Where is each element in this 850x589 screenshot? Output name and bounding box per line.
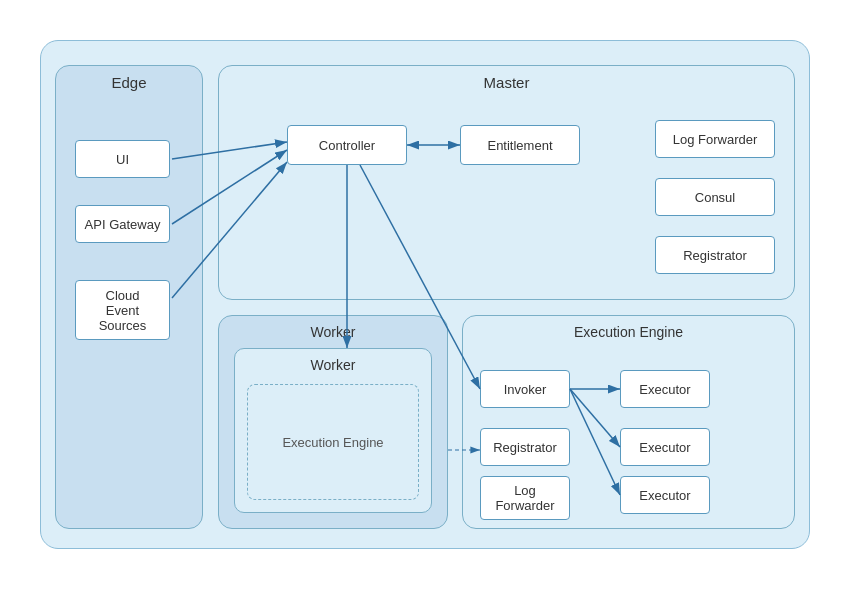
master-label: Master — [484, 74, 530, 91]
executor-3-component: Executor — [620, 476, 710, 514]
entitlement-component: Entitlement — [460, 125, 580, 165]
api-gateway-component: API Gateway — [75, 205, 170, 243]
worker-outer-label: Worker — [311, 324, 356, 340]
consul-component: Consul — [655, 178, 775, 216]
execution-engine-right-label: Execution Engine — [574, 324, 683, 340]
log-forwarder-master-component: Log Forwarder — [655, 120, 775, 158]
cloud-event-sources-component: CloudEventSources — [75, 280, 170, 340]
worker-inner-label: Worker — [311, 357, 356, 373]
invoker-component: Invoker — [480, 370, 570, 408]
worker-outer-region: Worker Worker Execution Engine — [218, 315, 448, 529]
ui-component: UI — [75, 140, 170, 178]
log-forwarder-exec-component: LogForwarder — [480, 476, 570, 520]
executor-1-component: Executor — [620, 370, 710, 408]
execution-engine-dashed-label: Execution Engine — [282, 435, 383, 450]
executor-2-component: Executor — [620, 428, 710, 466]
registrator-exec-component: Registrator — [480, 428, 570, 466]
registrator-master-component: Registrator — [655, 236, 775, 274]
execution-engine-dashed: Execution Engine — [247, 384, 419, 500]
controller-component: Controller — [287, 125, 407, 165]
edge-label: Edge — [111, 74, 146, 91]
worker-inner-region: Worker Execution Engine — [234, 348, 432, 513]
diagram-container: Edge Master Worker Worker Execution Engi… — [20, 20, 830, 569]
